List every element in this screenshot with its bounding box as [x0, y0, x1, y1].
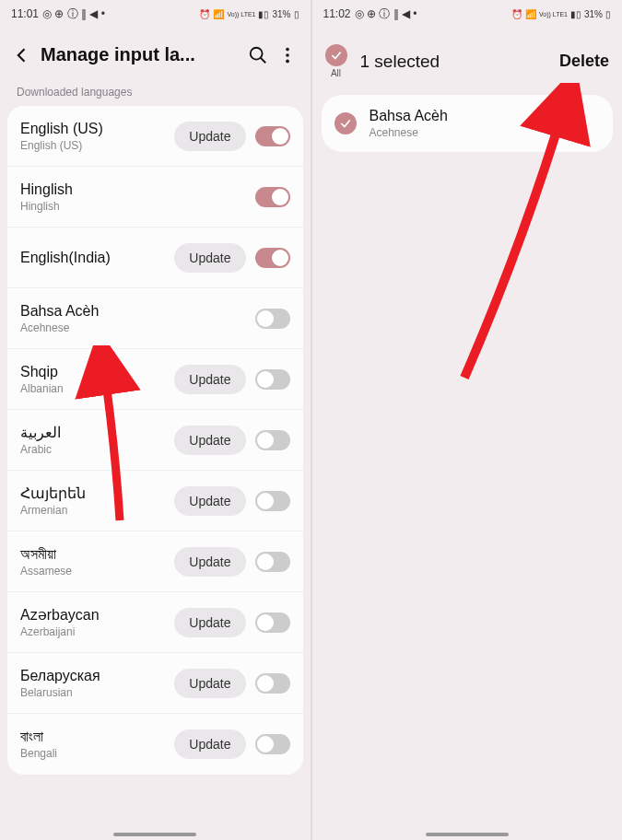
- language-title: Azərbaycan: [20, 606, 174, 624]
- language-row[interactable]: ShqipAlbanianUpdate: [7, 349, 303, 410]
- more-icon[interactable]: [277, 45, 298, 65]
- svg-point-0: [250, 47, 262, 59]
- language-subtitle: Albanian: [20, 382, 174, 395]
- language-title: Հայերեն: [20, 484, 174, 502]
- language-toggle[interactable]: [255, 187, 290, 207]
- battery-label: 31%: [272, 9, 290, 19]
- language-subtitle: Armenian: [20, 504, 174, 517]
- update-button[interactable]: Update: [174, 729, 245, 759]
- language-subtitle: Acehnese: [370, 126, 601, 139]
- battery-icon: ▯: [605, 9, 611, 19]
- language-row[interactable]: ՀայերենArmenianUpdate: [7, 471, 303, 531]
- language-row[interactable]: English(India)Update: [7, 228, 303, 288]
- language-title: العربية: [20, 424, 174, 441]
- language-list: English (US)English (US)UpdateHinglishHi…: [7, 106, 303, 775]
- update-button[interactable]: Update: [174, 608, 245, 637]
- svg-point-3: [286, 59, 289, 63]
- app-header: Manage input la...: [0, 28, 311, 75]
- language-row[interactable]: অসমীয়াAssameseUpdate: [7, 531, 303, 592]
- language-title: বাংলা: [20, 729, 174, 745]
- status-icons-left: ◎ ⊕ ⓘ ‖ ◀ •: [355, 6, 417, 22]
- status-icons-left: ◎ ⊕ ⓘ ‖ ◀ •: [42, 6, 105, 22]
- check-icon: [334, 112, 357, 134]
- language-toggle[interactable]: [255, 369, 290, 390]
- update-button[interactable]: Update: [174, 243, 245, 273]
- wifi-icon: 📶: [213, 9, 224, 19]
- language-toggle[interactable]: [255, 430, 290, 450]
- language-row[interactable]: AzərbaycanAzerbaijaniUpdate: [7, 592, 303, 653]
- signal-icon: ▮▯: [570, 9, 581, 19]
- language-title: অসমীয়া: [20, 546, 174, 563]
- status-time: 11:01: [11, 7, 39, 20]
- language-subtitle: Arabic: [20, 443, 174, 456]
- language-toggle[interactable]: [255, 491, 290, 511]
- svg-point-1: [286, 47, 289, 51]
- language-subtitle: Hinglish: [20, 200, 255, 213]
- language-subtitle: Bengali: [20, 747, 174, 760]
- selected-language-row[interactable]: Bahsa Acèh Acehnese: [322, 95, 614, 152]
- search-icon[interactable]: [248, 45, 268, 65]
- check-icon: [325, 44, 347, 66]
- nav-bar-indicator: [426, 833, 509, 836]
- language-title: Bahsa Acèh: [370, 108, 601, 124]
- language-subtitle: Acehnese: [20, 321, 255, 334]
- status-bar: 11:02 ◎ ⊕ ⓘ ‖ ◀ • ⏰ 📶 Vo)) LTE1 ▮▯ 31% ▯: [312, 0, 623, 28]
- signal-icon: ▮▯: [258, 9, 269, 19]
- status-bar: 11:01 ◎ ⊕ ⓘ ‖ ◀ • ⏰ 📶 Vo)) LTE1 ▮▯ 31% ▯: [0, 0, 311, 28]
- language-row[interactable]: HinglishHinglish: [7, 167, 303, 228]
- alarm-icon: ⏰: [511, 9, 522, 19]
- language-toggle[interactable]: [255, 734, 290, 754]
- language-title: English (US): [20, 121, 174, 137]
- language-title: Беларуская: [20, 668, 174, 684]
- language-subtitle: Belarusian: [20, 686, 174, 699]
- select-all-toggle[interactable]: All: [325, 44, 347, 78]
- language-subtitle: Azerbaijani: [20, 625, 174, 638]
- language-title: Bahsa Acèh: [20, 303, 255, 320]
- svg-point-2: [286, 53, 289, 57]
- language-title: English(India): [20, 250, 174, 266]
- battery-icon: ▯: [294, 9, 299, 19]
- language-subtitle: English (US): [20, 139, 174, 152]
- back-icon[interactable]: [13, 46, 31, 64]
- delete-button[interactable]: Delete: [559, 52, 609, 71]
- language-row[interactable]: العربيةArabicUpdate: [7, 410, 303, 471]
- update-button[interactable]: Update: [174, 669, 245, 698]
- language-row[interactable]: БеларускаяBelarusianUpdate: [7, 653, 303, 714]
- nav-bar-indicator: [113, 833, 196, 836]
- selection-header: All 1 selected Delete: [312, 28, 623, 91]
- page-title: Manage input la...: [41, 44, 239, 65]
- language-row[interactable]: Bahsa AcèhAcehnese: [7, 288, 303, 349]
- alarm-icon: ⏰: [199, 9, 210, 19]
- selection-count: 1 selected: [357, 52, 550, 72]
- right-phone: 11:02 ◎ ⊕ ⓘ ‖ ◀ • ⏰ 📶 Vo)) LTE1 ▮▯ 31% ▯…: [311, 0, 623, 840]
- net-label: Vo)) LTE1: [539, 11, 568, 18]
- update-button[interactable]: Update: [174, 486, 245, 516]
- language-toggle[interactable]: [255, 552, 290, 572]
- language-toggle[interactable]: [255, 248, 290, 268]
- language-subtitle: Assamese: [20, 565, 174, 578]
- language-row[interactable]: বাংলাBengaliUpdate: [7, 714, 303, 775]
- status-time: 11:02: [323, 7, 351, 20]
- battery-label: 31%: [584, 9, 603, 19]
- language-toggle[interactable]: [255, 126, 290, 146]
- update-button[interactable]: Update: [174, 122, 245, 151]
- update-button[interactable]: Update: [174, 547, 245, 577]
- language-title: Hinglish: [20, 181, 255, 198]
- wifi-icon: 📶: [525, 9, 536, 19]
- language-toggle[interactable]: [255, 612, 290, 633]
- language-toggle[interactable]: [255, 309, 290, 329]
- language-toggle[interactable]: [255, 673, 290, 694]
- left-phone: 11:01 ◎ ⊕ ⓘ ‖ ◀ • ⏰ 📶 Vo)) LTE1 ▮▯ 31% ▯…: [0, 0, 311, 840]
- section-label: Downloaded languages: [0, 75, 311, 106]
- language-title: Shqip: [20, 364, 174, 380]
- all-label: All: [331, 68, 341, 78]
- language-row[interactable]: English (US)English (US)Update: [7, 106, 303, 167]
- net-label: Vo)) LTE1: [227, 11, 255, 18]
- update-button[interactable]: Update: [174, 426, 245, 455]
- update-button[interactable]: Update: [174, 365, 245, 394]
